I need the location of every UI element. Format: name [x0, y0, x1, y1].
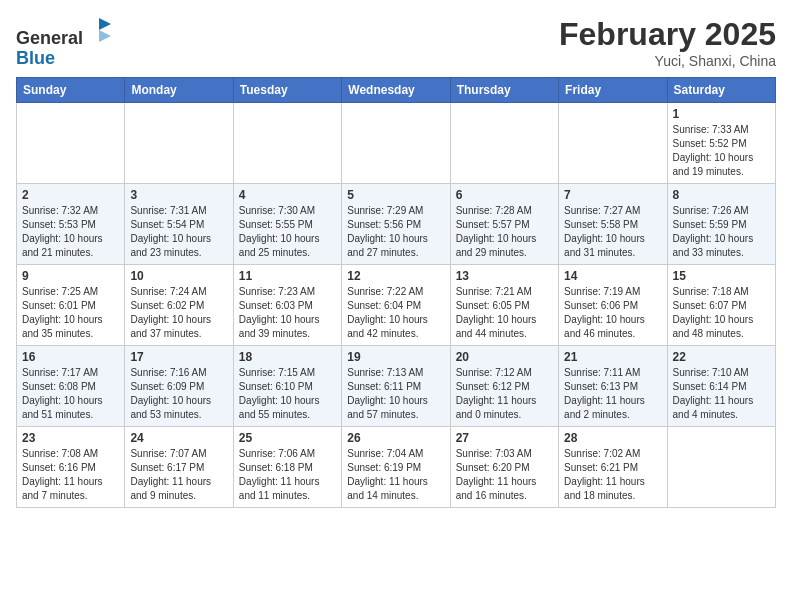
- day-info: Sunrise: 7:30 AM Sunset: 5:55 PM Dayligh…: [239, 204, 336, 260]
- day-number: 16: [22, 350, 119, 364]
- day-info: Sunrise: 7:10 AM Sunset: 6:14 PM Dayligh…: [673, 366, 770, 422]
- day-number: 13: [456, 269, 553, 283]
- day-info: Sunrise: 7:19 AM Sunset: 6:06 PM Dayligh…: [564, 285, 661, 341]
- calendar-cell: [342, 103, 450, 184]
- weekday-header-monday: Monday: [125, 78, 233, 103]
- logo-general: General: [16, 28, 83, 48]
- weekday-header-saturday: Saturday: [667, 78, 775, 103]
- calendar-cell: 20Sunrise: 7:12 AM Sunset: 6:12 PM Dayli…: [450, 346, 558, 427]
- calendar-cell: 22Sunrise: 7:10 AM Sunset: 6:14 PM Dayli…: [667, 346, 775, 427]
- day-number: 10: [130, 269, 227, 283]
- logo-text: General: [16, 16, 113, 49]
- weekday-header-tuesday: Tuesday: [233, 78, 341, 103]
- day-info: Sunrise: 7:29 AM Sunset: 5:56 PM Dayligh…: [347, 204, 444, 260]
- calendar-cell: 25Sunrise: 7:06 AM Sunset: 6:18 PM Dayli…: [233, 427, 341, 508]
- day-info: Sunrise: 7:07 AM Sunset: 6:17 PM Dayligh…: [130, 447, 227, 503]
- day-number: 20: [456, 350, 553, 364]
- day-number: 1: [673, 107, 770, 121]
- day-number: 5: [347, 188, 444, 202]
- day-number: 11: [239, 269, 336, 283]
- day-info: Sunrise: 7:26 AM Sunset: 5:59 PM Dayligh…: [673, 204, 770, 260]
- day-number: 12: [347, 269, 444, 283]
- day-info: Sunrise: 7:18 AM Sunset: 6:07 PM Dayligh…: [673, 285, 770, 341]
- day-number: 6: [456, 188, 553, 202]
- calendar-cell: [125, 103, 233, 184]
- day-info: Sunrise: 7:02 AM Sunset: 6:21 PM Dayligh…: [564, 447, 661, 503]
- calendar-cell: 2Sunrise: 7:32 AM Sunset: 5:53 PM Daylig…: [17, 184, 125, 265]
- calendar-cell: 8Sunrise: 7:26 AM Sunset: 5:59 PM Daylig…: [667, 184, 775, 265]
- day-number: 2: [22, 188, 119, 202]
- day-number: 17: [130, 350, 227, 364]
- calendar-cell: 26Sunrise: 7:04 AM Sunset: 6:19 PM Dayli…: [342, 427, 450, 508]
- day-info: Sunrise: 7:11 AM Sunset: 6:13 PM Dayligh…: [564, 366, 661, 422]
- day-info: Sunrise: 7:15 AM Sunset: 6:10 PM Dayligh…: [239, 366, 336, 422]
- day-info: Sunrise: 7:24 AM Sunset: 6:02 PM Dayligh…: [130, 285, 227, 341]
- calendar-cell: 19Sunrise: 7:13 AM Sunset: 6:11 PM Dayli…: [342, 346, 450, 427]
- title-block: February 2025 Yuci, Shanxi, China: [559, 16, 776, 69]
- day-info: Sunrise: 7:12 AM Sunset: 6:12 PM Dayligh…: [456, 366, 553, 422]
- calendar-cell: 9Sunrise: 7:25 AM Sunset: 6:01 PM Daylig…: [17, 265, 125, 346]
- calendar-cell: 23Sunrise: 7:08 AM Sunset: 6:16 PM Dayli…: [17, 427, 125, 508]
- svg-marker-1: [99, 30, 111, 42]
- day-number: 3: [130, 188, 227, 202]
- calendar-cell: 14Sunrise: 7:19 AM Sunset: 6:06 PM Dayli…: [559, 265, 667, 346]
- day-number: 9: [22, 269, 119, 283]
- svg-marker-0: [99, 18, 111, 30]
- calendar-cell: 24Sunrise: 7:07 AM Sunset: 6:17 PM Dayli…: [125, 427, 233, 508]
- calendar-table: SundayMondayTuesdayWednesdayThursdayFrid…: [16, 77, 776, 508]
- calendar-cell: 5Sunrise: 7:29 AM Sunset: 5:56 PM Daylig…: [342, 184, 450, 265]
- day-number: 18: [239, 350, 336, 364]
- calendar-cell: 1Sunrise: 7:33 AM Sunset: 5:52 PM Daylig…: [667, 103, 775, 184]
- day-info: Sunrise: 7:27 AM Sunset: 5:58 PM Dayligh…: [564, 204, 661, 260]
- calendar-cell: 11Sunrise: 7:23 AM Sunset: 6:03 PM Dayli…: [233, 265, 341, 346]
- weekday-header-sunday: Sunday: [17, 78, 125, 103]
- day-number: 26: [347, 431, 444, 445]
- day-number: 24: [130, 431, 227, 445]
- day-info: Sunrise: 7:17 AM Sunset: 6:08 PM Dayligh…: [22, 366, 119, 422]
- day-number: 25: [239, 431, 336, 445]
- weekday-header-wednesday: Wednesday: [342, 78, 450, 103]
- calendar-week-2: 2Sunrise: 7:32 AM Sunset: 5:53 PM Daylig…: [17, 184, 776, 265]
- day-number: 7: [564, 188, 661, 202]
- day-info: Sunrise: 7:21 AM Sunset: 6:05 PM Dayligh…: [456, 285, 553, 341]
- day-info: Sunrise: 7:03 AM Sunset: 6:20 PM Dayligh…: [456, 447, 553, 503]
- day-info: Sunrise: 7:32 AM Sunset: 5:53 PM Dayligh…: [22, 204, 119, 260]
- calendar-week-4: 16Sunrise: 7:17 AM Sunset: 6:08 PM Dayli…: [17, 346, 776, 427]
- calendar-cell: 4Sunrise: 7:30 AM Sunset: 5:55 PM Daylig…: [233, 184, 341, 265]
- weekday-header-row: SundayMondayTuesdayWednesdayThursdayFrid…: [17, 78, 776, 103]
- day-info: Sunrise: 7:33 AM Sunset: 5:52 PM Dayligh…: [673, 123, 770, 179]
- month-title: February 2025: [559, 16, 776, 53]
- day-number: 14: [564, 269, 661, 283]
- calendar-week-3: 9Sunrise: 7:25 AM Sunset: 6:01 PM Daylig…: [17, 265, 776, 346]
- calendar-week-1: 1Sunrise: 7:33 AM Sunset: 5:52 PM Daylig…: [17, 103, 776, 184]
- logo: General Blue: [16, 16, 113, 69]
- day-number: 27: [456, 431, 553, 445]
- calendar-cell: 7Sunrise: 7:27 AM Sunset: 5:58 PM Daylig…: [559, 184, 667, 265]
- calendar-cell: 10Sunrise: 7:24 AM Sunset: 6:02 PM Dayli…: [125, 265, 233, 346]
- day-info: Sunrise: 7:04 AM Sunset: 6:19 PM Dayligh…: [347, 447, 444, 503]
- day-number: 23: [22, 431, 119, 445]
- page-header: General Blue February 2025 Yuci, Shanxi,…: [16, 16, 776, 69]
- day-number: 15: [673, 269, 770, 283]
- day-info: Sunrise: 7:06 AM Sunset: 6:18 PM Dayligh…: [239, 447, 336, 503]
- day-number: 8: [673, 188, 770, 202]
- day-info: Sunrise: 7:16 AM Sunset: 6:09 PM Dayligh…: [130, 366, 227, 422]
- calendar-cell: 13Sunrise: 7:21 AM Sunset: 6:05 PM Dayli…: [450, 265, 558, 346]
- day-info: Sunrise: 7:28 AM Sunset: 5:57 PM Dayligh…: [456, 204, 553, 260]
- day-info: Sunrise: 7:13 AM Sunset: 6:11 PM Dayligh…: [347, 366, 444, 422]
- calendar-cell: [17, 103, 125, 184]
- calendar-cell: 17Sunrise: 7:16 AM Sunset: 6:09 PM Dayli…: [125, 346, 233, 427]
- day-info: Sunrise: 7:31 AM Sunset: 5:54 PM Dayligh…: [130, 204, 227, 260]
- calendar-cell: [667, 427, 775, 508]
- day-info: Sunrise: 7:25 AM Sunset: 6:01 PM Dayligh…: [22, 285, 119, 341]
- day-info: Sunrise: 7:08 AM Sunset: 6:16 PM Dayligh…: [22, 447, 119, 503]
- calendar-cell: 27Sunrise: 7:03 AM Sunset: 6:20 PM Dayli…: [450, 427, 558, 508]
- logo-flag-icon: [85, 16, 113, 44]
- calendar-cell: 18Sunrise: 7:15 AM Sunset: 6:10 PM Dayli…: [233, 346, 341, 427]
- location-subtitle: Yuci, Shanxi, China: [559, 53, 776, 69]
- calendar-cell: 28Sunrise: 7:02 AM Sunset: 6:21 PM Dayli…: [559, 427, 667, 508]
- calendar-cell: 16Sunrise: 7:17 AM Sunset: 6:08 PM Dayli…: [17, 346, 125, 427]
- day-number: 21: [564, 350, 661, 364]
- calendar-cell: 3Sunrise: 7:31 AM Sunset: 5:54 PM Daylig…: [125, 184, 233, 265]
- calendar-cell: 21Sunrise: 7:11 AM Sunset: 6:13 PM Dayli…: [559, 346, 667, 427]
